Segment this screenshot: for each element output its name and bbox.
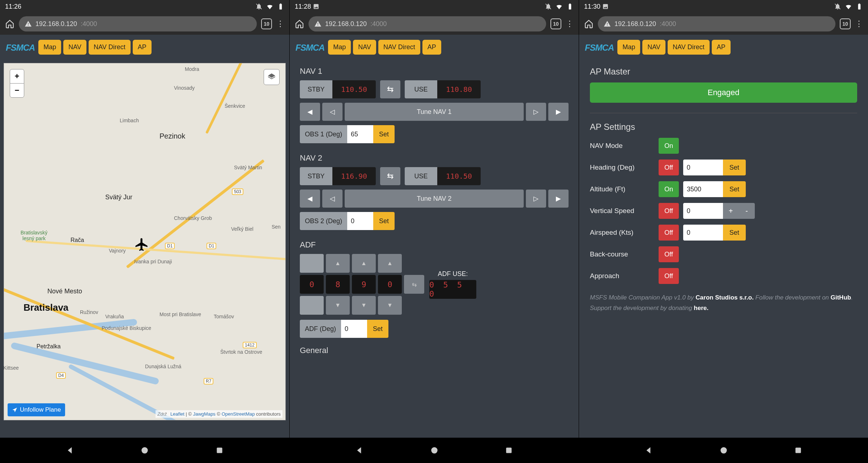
airplane-icon	[134, 237, 149, 252]
vspeed-toggle[interactable]: Off	[659, 203, 679, 219]
obs1-input[interactable]: 65	[347, 125, 373, 143]
recents-icon[interactable]	[504, 446, 514, 455]
adf-d1-down[interactable]: ▼	[326, 296, 350, 315]
back-icon[interactable]	[644, 446, 654, 455]
airspeed-set-button[interactable]: Set	[723, 225, 746, 241]
nav1-coarse-left[interactable]: ◀	[300, 103, 320, 121]
tab-navdirect[interactable]: NAV Direct	[89, 40, 131, 55]
tab-ap[interactable]: AP	[422, 40, 441, 55]
adf-deg-set-button[interactable]: Set	[367, 320, 388, 338]
adf-d2-down[interactable]: ▼	[352, 296, 376, 315]
adf-deg-input[interactable]: 0	[341, 320, 367, 338]
nav1-fine-left[interactable]: ◁	[322, 103, 342, 121]
svg-rect-8	[795, 447, 801, 453]
home-nav-icon[interactable]	[719, 446, 728, 455]
vspeed-minus[interactable]: -	[739, 203, 755, 219]
back-icon[interactable]	[65, 446, 75, 455]
adf-d2-up[interactable]: ▲	[352, 254, 376, 273]
nav2-swap-button[interactable]: ⇆	[380, 167, 400, 185]
ap-settings-title: AP Settings	[590, 122, 857, 132]
altitude-set-button[interactable]: Set	[723, 181, 746, 197]
airspeed-toggle[interactable]: Off	[659, 225, 679, 241]
recents-icon[interactable]	[215, 446, 224, 455]
nav1-use-label: USE	[405, 80, 437, 98]
ap-engaged-button[interactable]: Engaged	[590, 82, 857, 103]
backcourse-toggle[interactable]: Off	[659, 246, 679, 262]
android-statusbar: 11:28	[290, 0, 579, 13]
adf-d1: 8	[326, 275, 350, 294]
nav1-coarse-right[interactable]: ▶	[548, 103, 569, 121]
layers-button[interactable]	[264, 69, 280, 85]
obs1-label: OBS 1 (Deg)	[300, 125, 347, 143]
obs2-input[interactable]: 0	[347, 212, 373, 230]
tab-map[interactable]: Map	[617, 40, 640, 55]
unfollow-plane-button[interactable]: Unfollow Plane	[8, 403, 65, 416]
adf-panel: ADF 0 ▲ 8 ▼ ▲ 9 ▼ ▲	[290, 233, 579, 341]
tab-nav[interactable]: NAV	[642, 40, 665, 55]
app-header: FSMCA Map NAV NAV Direct AP	[290, 35, 579, 59]
url-bar[interactable]: 192.168.0.120:4000	[598, 16, 835, 31]
adf-d1-up[interactable]: ▲	[326, 254, 350, 273]
overflow-menu-icon[interactable]: ⋮	[855, 19, 863, 29]
zoom-in-button[interactable]: +	[10, 69, 24, 84]
vspeed-plus[interactable]: +	[723, 203, 739, 219]
map-view[interactable]: + − Modra Vinosady Šenkvice Limbach Pezi…	[4, 63, 286, 420]
home-icon[interactable]	[5, 19, 14, 29]
navmode-toggle[interactable]: On	[659, 138, 679, 154]
tab-nav[interactable]: NAV	[63, 40, 86, 55]
tab-navdirect[interactable]: NAV Direct	[378, 40, 420, 55]
tabs-count[interactable]: 10	[840, 18, 851, 29]
altitude-toggle[interactable]: On	[659, 181, 679, 197]
nav2-fine-left[interactable]: ◁	[322, 190, 342, 208]
android-statusbar: 11:26	[0, 0, 289, 13]
nav2-coarse-left[interactable]: ◀	[300, 190, 320, 208]
adf-d3-down[interactable]: ▼	[378, 296, 402, 315]
tab-map[interactable]: Map	[328, 40, 351, 55]
svg-rect-5	[506, 447, 511, 453]
tabs-count[interactable]: 10	[550, 18, 561, 29]
tab-navdirect[interactable]: NAV Direct	[668, 40, 710, 55]
ap-master-title: AP Master	[590, 67, 857, 77]
recents-icon[interactable]	[793, 446, 803, 455]
nav2-fine-right[interactable]: ▷	[526, 190, 546, 208]
nav1-use-freq: 110.80	[437, 80, 481, 98]
svg-point-1	[141, 447, 148, 453]
home-icon[interactable]	[584, 19, 593, 29]
obs1-set-button[interactable]: Set	[373, 125, 395, 143]
obs2-label: OBS 2 (Deg)	[300, 212, 347, 230]
altitude-input[interactable]: 3500	[683, 181, 723, 197]
tab-map[interactable]: Map	[38, 40, 61, 55]
airspeed-input[interactable]: 0	[683, 225, 723, 241]
adf-d2: 9	[352, 275, 376, 294]
home-nav-icon[interactable]	[140, 446, 149, 455]
heading-toggle[interactable]: Off	[659, 160, 679, 175]
approach-row: Approach Off	[590, 268, 857, 284]
back-icon[interactable]	[355, 446, 364, 455]
altitude-row: Altitude (Ft) On 3500 Set	[590, 181, 857, 197]
tab-ap[interactable]: AP	[712, 40, 731, 55]
nav2-coarse-right[interactable]: ▶	[548, 190, 569, 208]
url-bar[interactable]: 192.168.0.120:4000	[19, 16, 257, 31]
obs2-set-button[interactable]: Set	[373, 212, 395, 230]
vspeed-input[interactable]: 0	[683, 203, 723, 219]
nav1-swap-button[interactable]: ⇆	[380, 80, 400, 98]
adf-d3-up[interactable]: ▲	[378, 254, 402, 273]
home-icon[interactable]	[295, 19, 304, 29]
overflow-menu-icon[interactable]: ⋮	[276, 19, 284, 29]
home-nav-icon[interactable]	[430, 446, 439, 455]
zoom-out-button[interactable]: −	[10, 83, 24, 98]
overflow-menu-icon[interactable]: ⋮	[566, 19, 574, 29]
url-bar[interactable]: 192.168.0.120:4000	[309, 16, 546, 31]
app-header: FSMCA Map NAV NAV Direct AP	[0, 35, 289, 59]
approach-toggle[interactable]: Off	[659, 268, 679, 284]
tab-ap[interactable]: AP	[133, 40, 152, 55]
nav1-fine-right[interactable]: ▷	[526, 103, 546, 121]
android-statusbar: 11:30	[579, 0, 868, 13]
tabs-count[interactable]: 10	[261, 18, 272, 29]
heading-set-button[interactable]: Set	[723, 160, 746, 175]
clock: 11:30	[584, 3, 609, 10]
browser-toolbar: 192.168.0.120:4000 10 ⋮	[290, 13, 579, 35]
heading-input[interactable]: 0	[683, 160, 723, 175]
tab-nav[interactable]: NAV	[353, 40, 376, 55]
adf-swap-button[interactable]: ⇆	[404, 275, 424, 294]
